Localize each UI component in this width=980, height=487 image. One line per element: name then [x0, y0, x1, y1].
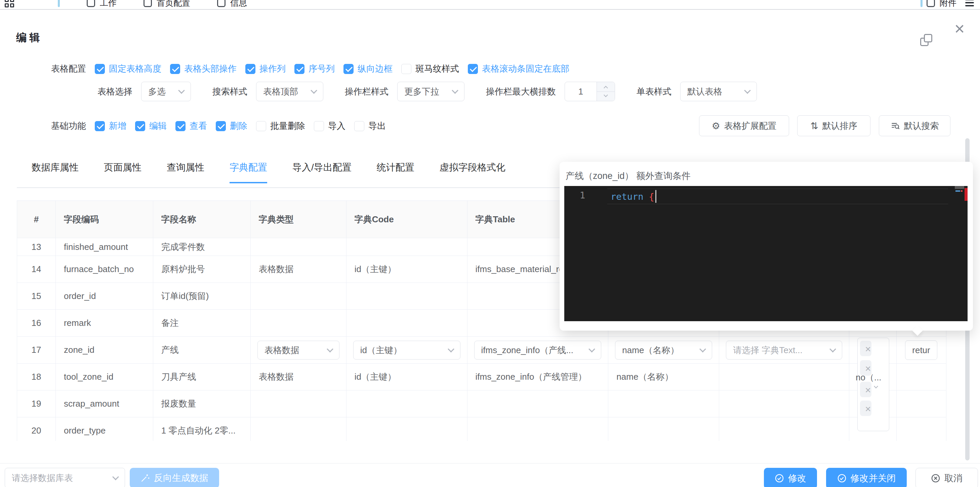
checkbox-box	[95, 121, 105, 131]
dict-code-select[interactable]: id（主键）	[353, 341, 460, 359]
increment-button[interactable]	[597, 82, 615, 92]
edit-dialog: 编 辑 × 表格配置 固定表格高度 表格头部操作 操作列 序号列	[0, 10, 980, 487]
chevron-down-icon	[589, 346, 595, 353]
apps-grid-icon[interactable]	[5, 0, 14, 7]
chevron-down-icon	[178, 87, 185, 94]
screen: 工作 首页配置 信息 附件 编 辑 × 表格配置	[0, 0, 980, 487]
chevron-down-icon	[874, 384, 878, 388]
single-style-label: 单表样式	[636, 86, 671, 97]
checkbox-box	[245, 64, 255, 74]
app-tab-2[interactable]: 首页配置	[143, 0, 190, 8]
close-icon[interactable]: ×	[955, 20, 964, 37]
app-tab-3[interactable]: 信息	[217, 0, 247, 8]
single-style-dropdown[interactable]: 默认表格	[680, 82, 757, 101]
extra-condition-input[interactable]: retur	[905, 340, 937, 360]
table-row-18[interactable]: 18 tool_zone_id 刀具产线 表格数据 id（主键） ifms_zo…	[17, 364, 946, 390]
tab-stats-config[interactable]: 统计配置	[377, 161, 414, 183]
browser-tab-bar: 工作 首页配置 信息 附件	[0, 0, 980, 10]
dict-text-select[interactable]: 请选择 字典Text...	[726, 341, 842, 359]
checkbox-box	[468, 64, 478, 74]
app-tab-1[interactable]: 工作	[87, 0, 117, 8]
circle-close-icon	[931, 474, 940, 483]
decrement-button[interactable]	[597, 92, 615, 101]
search-style-dropdown[interactable]: 表格顶部	[256, 82, 323, 101]
action-max-label: 操作栏最大横排数	[486, 86, 556, 97]
dialog-title: 编 辑	[16, 30, 40, 45]
cancel-button[interactable]: 取消	[915, 468, 978, 487]
basic-functions-row: 基础功能 新增 编辑 查看 删除 批量删除	[51, 120, 386, 132]
action-max-stepper[interactable]: 1	[565, 82, 615, 101]
dialog-footer: 请选择数据库表 反向生成数据 修改 修改并关闭	[0, 463, 980, 487]
checkbox-edit[interactable]: 编辑	[135, 120, 167, 132]
checkbox-view[interactable]: 查看	[175, 120, 207, 132]
checkbox-add[interactable]: 新增	[95, 120, 126, 132]
checkbox-box	[256, 121, 266, 131]
tab-query-props[interactable]: 查询属性	[167, 161, 204, 183]
app-tab-right[interactable]: 附件	[927, 0, 956, 8]
chevron-down-icon	[604, 93, 608, 97]
default-search-button[interactable]: 默认搜索	[879, 115, 950, 136]
tab-database-props[interactable]: 数据库属性	[32, 161, 79, 183]
modify-and-close-button[interactable]: 修改并关闭	[826, 468, 907, 487]
checkbox-scrollbar-fixed-bottom[interactable]: 表格滚动条固定在底部	[468, 63, 569, 75]
magic-wand-icon	[140, 473, 150, 483]
tab-virtual-format[interactable]: 虚拟字段格式化	[439, 161, 506, 183]
table-select-dropdown[interactable]: 多选	[141, 82, 191, 101]
modify-button[interactable]: 修改	[764, 468, 817, 487]
table-row-19[interactable]: 19 scrap_amount 报废数量	[17, 390, 946, 417]
checkbox-index-column[interactable]: 序号列	[294, 63, 335, 75]
table-select-label: 表格选择	[97, 86, 132, 97]
checkbox-box	[354, 121, 364, 131]
checkbox-box	[314, 121, 324, 131]
code-editor[interactable]: 1 return {	[564, 186, 967, 321]
minimap-slider	[955, 186, 964, 189]
action-style-label: 操作栏样式	[345, 86, 388, 97]
tag-close-icon[interactable]: ×	[865, 403, 871, 415]
checkbox-delete[interactable]: 删除	[216, 120, 247, 132]
minimap	[955, 186, 964, 321]
search-list-icon	[891, 121, 900, 131]
gear-icon: ⚙	[711, 120, 720, 131]
checkbox-table-header-actions[interactable]: 表格头部操作	[170, 63, 237, 75]
chevron-down-icon	[829, 346, 836, 353]
chevron-down-icon	[452, 87, 458, 94]
table-row-17[interactable]: 17 zone_id 产线 表格数据 id（主键）	[17, 337, 946, 364]
chevron-down-icon	[699, 346, 706, 353]
window-icon	[143, 0, 152, 7]
checkbox-fixed-table-height[interactable]: 固定表格高度	[95, 63, 161, 75]
checkbox-import[interactable]: 导入	[314, 120, 345, 132]
chevron-down-icon	[310, 87, 317, 94]
checkbox-vertical-border[interactable]: 纵向边框	[344, 63, 393, 75]
checkbox-box	[401, 64, 411, 74]
default-sort-button[interactable]: ⇅ 默认排序	[797, 115, 870, 136]
style-config-row: 表格选择 多选 搜索样式 表格顶部 操作栏样式 更多下拉 操作栏最大横排数 1	[97, 82, 757, 101]
tag-close-icon[interactable]: ×	[865, 343, 871, 355]
active-tab-indicator	[58, 0, 60, 7]
dict-tags-multiselect[interactable]: × × no（... × ×	[858, 338, 889, 431]
chevron-down-icon	[448, 346, 454, 353]
text-cursor	[655, 190, 656, 203]
checkbox-action-column[interactable]: 操作列	[245, 63, 286, 75]
action-style-dropdown[interactable]: 更多下拉	[397, 82, 465, 101]
checkbox-box	[135, 121, 145, 131]
dict-type-select[interactable]: 表格数据	[258, 341, 339, 359]
checkbox-zebra-stripe[interactable]: 斑马纹样式	[401, 63, 459, 75]
tag-close-icon[interactable]: ×	[865, 385, 871, 396]
checkbox-batch-delete[interactable]: 批量删除	[256, 120, 305, 132]
checkbox-export[interactable]: 导出	[354, 120, 386, 132]
tab-import-export[interactable]: 导入/导出配置	[293, 161, 352, 183]
dict-table-select[interactable]: ifms_zone_info（产线...	[474, 341, 601, 359]
table-row-20[interactable]: 20 order_type 1 零点自动化 2零...	[17, 417, 946, 441]
copy-icon[interactable]	[920, 34, 932, 46]
circle-check-icon	[775, 474, 784, 483]
error-marker	[964, 188, 967, 201]
database-table-select[interactable]: 请选择数据库表	[5, 468, 125, 487]
reverse-generate-button[interactable]: 反向生成数据	[130, 468, 219, 487]
basic-functions-label: 基础功能	[51, 120, 86, 132]
tab-dict-config[interactable]: 字典配置	[229, 161, 267, 183]
chevron-up-icon	[604, 86, 608, 90]
dict-name-select[interactable]: name（名称）	[615, 341, 712, 359]
tab-page-props[interactable]: 页面属性	[104, 161, 142, 183]
menu-icon[interactable]	[965, 0, 974, 6]
table-extend-config-button[interactable]: ⚙ 表格扩展配置	[699, 115, 789, 136]
